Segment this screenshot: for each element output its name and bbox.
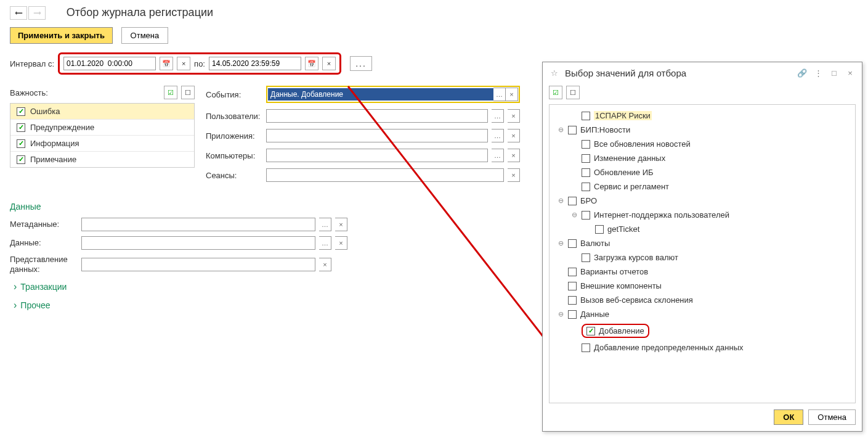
tree-node[interactable]: Вызов веб-сервиса склонения [550,293,855,307]
metadata-label: Метаданные: [10,220,78,229]
clear-to-button[interactable]: × [322,57,336,70]
tree-node[interactable]: ⊖БИП:Новости [550,123,855,137]
data-input[interactable] [81,236,315,250]
interval-to-input[interactable] [209,57,301,70]
importance-item-warning[interactable]: ✓ Предупреждение [10,120,194,136]
select-all-button[interactable]: ☑ [164,86,177,99]
close-icon[interactable]: × [845,67,856,78]
metadata-clear-button[interactable]: × [335,218,347,231]
nav-forward-button[interactable]: 🠖 [28,6,46,20]
tree-node[interactable]: ⊖Интернет-поддержка пользователей [550,208,855,222]
computers-pick-button[interactable]: … [492,149,504,162]
tree-node[interactable]: Изменение данных [550,151,855,165]
tree-node[interactable]: ⊖Данные [550,307,855,321]
calendar-to-icon[interactable]: 📅 [305,57,318,70]
tree-node-label: Интернет-поддержка пользователей [594,210,729,220]
tree-node[interactable]: 1СПАРК Риски [550,109,855,123]
tree-checkbox[interactable] [582,343,590,352]
interval-highlight: 📅 × по: 📅 × [58,52,341,75]
apps-pick-button[interactable]: … [492,129,504,142]
tree-node[interactable]: Все обновления новостей [550,137,855,151]
link-icon[interactable]: 🔗 [797,67,808,78]
tree-toggle-icon[interactable]: ⊖ [557,126,564,134]
dialog-ok-button[interactable]: ОК [774,409,803,425]
tree-node-label: Варианты отчетов [580,267,648,276]
interval-from-input[interactable] [63,57,156,70]
clear-from-button[interactable]: × [177,57,190,70]
repr-clear-button[interactable]: × [319,258,331,271]
nav-back-button[interactable]: 🠔 [10,6,27,20]
tree-checkbox[interactable] [568,296,577,305]
tree-node[interactable]: ⊖Валюты [550,236,855,250]
checkbox-icon[interactable]: ✓ [17,107,25,116]
sessions-clear-button[interactable]: × [508,168,520,182]
tree-list[interactable]: 1СПАРК Риски⊖БИП:НовостиВсе обновления н… [549,104,856,403]
apply-close-button[interactable]: Применить и закрыть [10,27,113,44]
computers-input[interactable] [266,149,488,162]
metadata-pick-button[interactable]: … [319,218,331,231]
calendar-from-icon[interactable]: 📅 [160,57,173,70]
dialog-cancel-button[interactable]: Отмена [808,409,856,425]
tree-node[interactable]: Внешние компоненты [550,279,855,293]
checkbox-icon[interactable]: ✓ [17,123,25,132]
tree-checkbox[interactable] [582,168,590,177]
tree-node[interactable]: getTicket [550,222,855,236]
tree-toggle-icon[interactable]: ⊖ [557,197,564,205]
sessions-input[interactable] [266,168,504,182]
tree-checkbox[interactable] [568,268,577,276]
tree-node-label: БРО [580,196,597,205]
tree-checkbox[interactable] [582,253,590,262]
events-pick-button[interactable]: … [493,88,506,101]
cancel-button[interactable]: Отмена [121,27,169,44]
tree-node[interactable]: ✓Добавление [550,321,855,340]
tree-node-highlight: ✓Добавление [582,324,649,338]
tree-node[interactable]: Загрузка курсов валют [550,250,855,265]
tree-node[interactable]: Добавление предопределенных данных [550,340,855,355]
importance-item-info[interactable]: ✓ Информация [10,136,194,152]
tree-toggle-icon[interactable]: ⊖ [557,239,564,247]
tree-checkbox[interactable] [568,310,577,319]
computers-clear-button[interactable]: × [508,149,520,162]
events-clear-button[interactable]: × [506,88,518,101]
tree-checkbox[interactable] [568,282,577,290]
tree-checkbox[interactable] [582,140,590,149]
events-input[interactable]: Данные. Добавление [268,88,493,101]
maximize-icon[interactable]: □ [829,67,840,78]
importance-item-note[interactable]: ✓ Примечание [10,152,194,167]
tree-node-label: БИП:Новости [580,125,630,134]
deselect-all-button[interactable]: ☐ [181,86,195,99]
star-icon[interactable]: ☆ [549,67,560,78]
more-icon[interactable]: ⋮ [813,67,824,78]
users-input[interactable] [266,109,488,123]
tree-node-label: Обновление ИБ [594,168,654,177]
tree-checkbox[interactable] [582,211,590,220]
apps-clear-button[interactable]: × [508,129,520,142]
tree-checkbox[interactable]: ✓ [586,327,595,335]
tree-node[interactable]: Сервис и регламент [550,179,855,194]
repr-input[interactable] [81,258,315,271]
users-clear-button[interactable]: × [508,109,520,123]
tree-toggle-icon[interactable]: ⊖ [570,211,578,219]
importance-item-error[interactable]: ✓ Ошибка [10,104,194,120]
data-clear-button[interactable]: × [335,236,347,250]
tree-toggle-icon[interactable]: ⊖ [557,310,564,318]
tree-checkbox[interactable] [582,154,590,163]
tree-node[interactable]: Варианты отчетов [550,265,855,279]
dialog-deselect-all-button[interactable]: ☐ [566,86,580,99]
tree-node[interactable]: Обновление ИБ [550,165,855,179]
data-pick-button[interactable]: … [319,236,331,250]
dialog-select-all-button[interactable]: ☑ [549,86,562,99]
tree-checkbox[interactable] [582,112,590,120]
tree-checkbox[interactable] [595,225,604,234]
users-pick-button[interactable]: … [492,109,504,123]
apps-input[interactable] [266,129,488,142]
tree-checkbox[interactable] [568,126,577,134]
metadata-input[interactable] [81,218,315,231]
interval-more-button[interactable]: ... [350,56,372,71]
tree-checkbox[interactable] [568,239,577,248]
tree-checkbox[interactable] [568,197,577,205]
checkbox-icon[interactable]: ✓ [17,155,25,164]
checkbox-icon[interactable]: ✓ [17,139,25,148]
tree-node[interactable]: ⊖БРО [550,194,855,208]
tree-checkbox[interactable] [582,183,590,191]
